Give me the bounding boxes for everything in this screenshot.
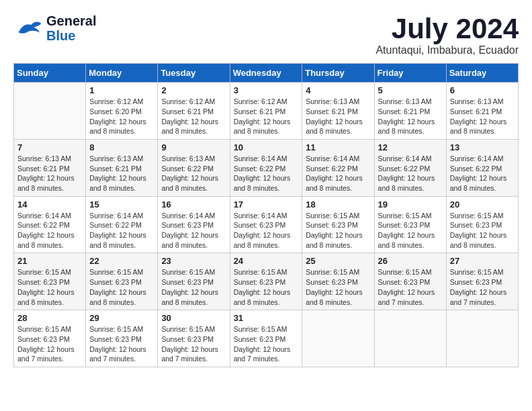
day-number: 20 <box>450 199 515 210</box>
calendar-cell: 25Sunrise: 6:15 AM Sunset: 6:23 PM Dayli… <box>302 253 374 310</box>
weekday-header-row: SundayMondayTuesdayWednesdayThursdayFrid… <box>14 64 519 83</box>
month-title: July 2024 <box>375 13 519 44</box>
day-number: 12 <box>378 142 443 152</box>
weekday-header-monday: Monday <box>86 64 158 83</box>
day-number: 5 <box>378 85 443 95</box>
page-header: General Blue July 2024 Atuntaqui, Imbabu… <box>13 13 519 56</box>
day-number: 14 <box>17 199 82 210</box>
day-info: Sunrise: 6:13 AM Sunset: 6:22 PM Dayligh… <box>161 154 226 193</box>
day-number: 13 <box>450 142 515 152</box>
day-number: 22 <box>89 256 154 266</box>
day-number: 23 <box>161 256 226 266</box>
day-info: Sunrise: 6:15 AM Sunset: 6:23 PM Dayligh… <box>378 211 443 250</box>
calendar-cell <box>374 310 446 367</box>
calendar-cell: 6Sunrise: 6:13 AM Sunset: 6:21 PM Daylig… <box>446 83 518 140</box>
weekday-header-wednesday: Wednesday <box>230 64 302 83</box>
day-number: 17 <box>234 199 299 210</box>
logo-bird-icon <box>13 17 44 40</box>
calendar-cell: 27Sunrise: 6:15 AM Sunset: 6:23 PM Dayli… <box>446 253 518 310</box>
calendar-cell: 31Sunrise: 6:15 AM Sunset: 6:23 PM Dayli… <box>230 310 302 367</box>
calendar-cell: 5Sunrise: 6:13 AM Sunset: 6:21 PM Daylig… <box>374 83 446 140</box>
day-info: Sunrise: 6:13 AM Sunset: 6:21 PM Dayligh… <box>306 97 370 136</box>
calendar-cell: 20Sunrise: 6:15 AM Sunset: 6:23 PM Dayli… <box>446 196 518 253</box>
weekday-header-thursday: Thursday <box>302 64 374 83</box>
weekday-header-saturday: Saturday <box>446 64 518 83</box>
day-number: 21 <box>17 256 82 266</box>
weekday-header-tuesday: Tuesday <box>158 64 230 83</box>
day-number: 19 <box>378 199 443 210</box>
day-info: Sunrise: 6:12 AM Sunset: 6:20 PM Dayligh… <box>89 97 154 136</box>
day-info: Sunrise: 6:15 AM Sunset: 6:23 PM Dayligh… <box>161 267 226 307</box>
day-info: Sunrise: 6:15 AM Sunset: 6:23 PM Dayligh… <box>450 211 515 250</box>
calendar-cell: 19Sunrise: 6:15 AM Sunset: 6:23 PM Dayli… <box>374 196 446 253</box>
day-number: 26 <box>378 256 443 266</box>
calendar-cell: 14Sunrise: 6:14 AM Sunset: 6:22 PM Dayli… <box>14 196 86 253</box>
calendar-cell: 13Sunrise: 6:14 AM Sunset: 6:22 PM Dayli… <box>446 139 518 196</box>
day-number: 2 <box>161 85 226 95</box>
calendar-cell: 7Sunrise: 6:13 AM Sunset: 6:21 PM Daylig… <box>14 139 86 196</box>
calendar-week-row: 21Sunrise: 6:15 AM Sunset: 6:23 PM Dayli… <box>14 253 519 310</box>
calendar-week-row: 14Sunrise: 6:14 AM Sunset: 6:22 PM Dayli… <box>14 196 519 253</box>
weekday-header-sunday: Sunday <box>14 64 86 83</box>
calendar-cell: 8Sunrise: 6:13 AM Sunset: 6:21 PM Daylig… <box>86 139 158 196</box>
day-info: Sunrise: 6:15 AM Sunset: 6:23 PM Dayligh… <box>89 267 154 307</box>
calendar-cell: 21Sunrise: 6:15 AM Sunset: 6:23 PM Dayli… <box>14 253 86 310</box>
svg-point-0 <box>39 22 41 24</box>
day-number: 18 <box>306 199 370 210</box>
day-number: 24 <box>234 256 299 266</box>
day-info: Sunrise: 6:13 AM Sunset: 6:21 PM Dayligh… <box>89 154 154 193</box>
calendar-body: 1Sunrise: 6:12 AM Sunset: 6:20 PM Daylig… <box>14 83 519 367</box>
day-info: Sunrise: 6:14 AM Sunset: 6:22 PM Dayligh… <box>378 154 443 193</box>
day-info: Sunrise: 6:13 AM Sunset: 6:21 PM Dayligh… <box>378 97 443 136</box>
calendar-cell: 30Sunrise: 6:15 AM Sunset: 6:23 PM Dayli… <box>158 310 230 367</box>
day-number: 11 <box>306 142 370 152</box>
calendar-header: SundayMondayTuesdayWednesdayThursdayFrid… <box>14 64 519 83</box>
day-info: Sunrise: 6:15 AM Sunset: 6:23 PM Dayligh… <box>161 324 226 364</box>
calendar-cell: 11Sunrise: 6:14 AM Sunset: 6:22 PM Dayli… <box>302 139 374 196</box>
day-info: Sunrise: 6:14 AM Sunset: 6:22 PM Dayligh… <box>306 154 370 193</box>
calendar-cell: 24Sunrise: 6:15 AM Sunset: 6:23 PM Dayli… <box>230 253 302 310</box>
day-number: 30 <box>161 313 226 323</box>
day-info: Sunrise: 6:15 AM Sunset: 6:23 PM Dayligh… <box>17 324 82 364</box>
calendar-table: SundayMondayTuesdayWednesdayThursdayFrid… <box>13 63 519 367</box>
day-info: Sunrise: 6:15 AM Sunset: 6:23 PM Dayligh… <box>378 267 443 307</box>
calendar-cell: 1Sunrise: 6:12 AM Sunset: 6:20 PM Daylig… <box>86 83 158 140</box>
logo-text: General Blue <box>46 13 96 43</box>
day-number: 28 <box>17 313 82 323</box>
calendar-week-row: 1Sunrise: 6:12 AM Sunset: 6:20 PM Daylig… <box>14 83 519 140</box>
calendar-cell: 23Sunrise: 6:15 AM Sunset: 6:23 PM Dayli… <box>158 253 230 310</box>
calendar-cell: 10Sunrise: 6:14 AM Sunset: 6:22 PM Dayli… <box>230 139 302 196</box>
calendar-week-row: 28Sunrise: 6:15 AM Sunset: 6:23 PM Dayli… <box>14 310 519 367</box>
location-title: Atuntaqui, Imbabura, Ecuador <box>375 44 519 56</box>
day-number: 16 <box>161 199 226 210</box>
day-info: Sunrise: 6:15 AM Sunset: 6:23 PM Dayligh… <box>89 324 154 364</box>
day-number: 10 <box>234 142 299 152</box>
day-number: 1 <box>89 85 154 95</box>
day-info: Sunrise: 6:14 AM Sunset: 6:22 PM Dayligh… <box>17 211 82 250</box>
day-info: Sunrise: 6:15 AM Sunset: 6:23 PM Dayligh… <box>306 267 370 307</box>
calendar-cell: 4Sunrise: 6:13 AM Sunset: 6:21 PM Daylig… <box>302 83 374 140</box>
day-info: Sunrise: 6:12 AM Sunset: 6:21 PM Dayligh… <box>161 97 226 136</box>
calendar-cell: 16Sunrise: 6:14 AM Sunset: 6:23 PM Dayli… <box>158 196 230 253</box>
calendar-cell <box>302 310 374 367</box>
calendar-cell: 26Sunrise: 6:15 AM Sunset: 6:23 PM Dayli… <box>374 253 446 310</box>
day-number: 15 <box>89 199 154 210</box>
calendar-cell: 28Sunrise: 6:15 AM Sunset: 6:23 PM Dayli… <box>14 310 86 367</box>
calendar-cell: 2Sunrise: 6:12 AM Sunset: 6:21 PM Daylig… <box>158 83 230 140</box>
day-info: Sunrise: 6:14 AM Sunset: 6:22 PM Dayligh… <box>450 154 515 193</box>
day-info: Sunrise: 6:15 AM Sunset: 6:23 PM Dayligh… <box>450 267 515 307</box>
calendar-cell: 17Sunrise: 6:14 AM Sunset: 6:23 PM Dayli… <box>230 196 302 253</box>
calendar-cell: 3Sunrise: 6:12 AM Sunset: 6:21 PM Daylig… <box>230 83 302 140</box>
day-number: 27 <box>450 256 515 266</box>
calendar-cell: 18Sunrise: 6:15 AM Sunset: 6:23 PM Dayli… <box>302 196 374 253</box>
day-info: Sunrise: 6:13 AM Sunset: 6:21 PM Dayligh… <box>450 97 515 136</box>
calendar-cell: 9Sunrise: 6:13 AM Sunset: 6:22 PM Daylig… <box>158 139 230 196</box>
day-number: 7 <box>17 142 82 152</box>
day-info: Sunrise: 6:15 AM Sunset: 6:23 PM Dayligh… <box>17 267 82 307</box>
logo: General Blue <box>13 13 96 43</box>
day-number: 4 <box>306 85 370 95</box>
day-info: Sunrise: 6:12 AM Sunset: 6:21 PM Dayligh… <box>234 97 299 136</box>
day-info: Sunrise: 6:14 AM Sunset: 6:22 PM Dayligh… <box>234 154 299 193</box>
day-info: Sunrise: 6:15 AM Sunset: 6:23 PM Dayligh… <box>234 324 299 364</box>
day-number: 8 <box>89 142 154 152</box>
